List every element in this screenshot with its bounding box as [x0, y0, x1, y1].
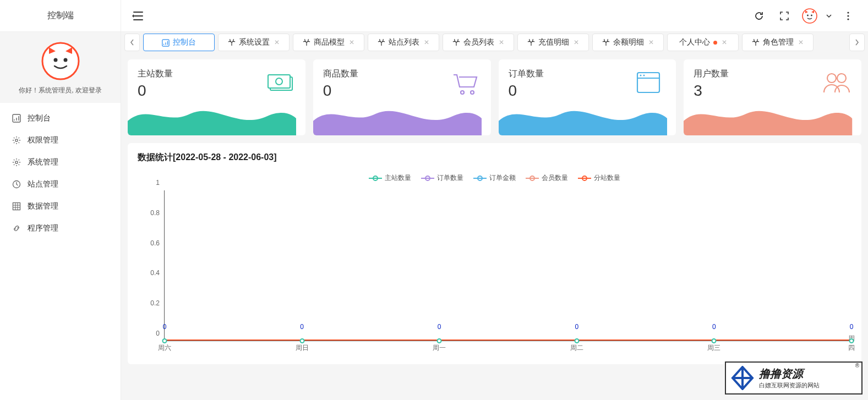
- x-tick: 周三: [707, 343, 720, 353]
- svg-point-13: [847, 18, 849, 20]
- chart-body: 00.20.40.60.81 周六0周日0周一0周二0周三0周四0: [138, 190, 851, 355]
- legend-item-1[interactable]: 订单数量: [421, 173, 463, 183]
- svg-point-23: [827, 74, 836, 83]
- tab-close-button[interactable]: ✕: [349, 39, 354, 46]
- user-avatar[interactable]: [802, 8, 817, 24]
- svg-point-0: [42, 43, 79, 79]
- palm-icon: [378, 39, 385, 46]
- y-tick: 0.6: [150, 239, 160, 247]
- gear-icon: [12, 158, 21, 167]
- svg-point-18: [461, 91, 464, 94]
- data-label: 0: [163, 323, 167, 331]
- sidebar: 控制端 你好！系统管理员, 欢迎登录 控制台权限管理系统管理站点管理数据管理程序…: [0, 0, 121, 400]
- svg-point-22: [643, 75, 645, 76]
- more-button[interactable]: [842, 9, 855, 23]
- palm-icon: [752, 39, 760, 46]
- tab-label: 站点列表: [389, 37, 419, 47]
- watermark-icon: [730, 366, 755, 390]
- sidebar-item-0[interactable]: 控制台: [0, 107, 121, 129]
- chart-title: 数据统计[2022-05-28 - 2022-06-03]: [138, 152, 851, 163]
- palm-icon: [527, 39, 535, 46]
- svg-point-4: [15, 139, 18, 141]
- tab-label: 系统设置: [239, 37, 270, 47]
- tab-label: 控制台: [173, 37, 196, 47]
- data-label: 0: [300, 323, 304, 331]
- tab-2[interactable]: 商品模型✕: [293, 34, 364, 51]
- tab-3[interactable]: 站点列表✕: [368, 34, 439, 51]
- tab-6[interactable]: 余额明细✕: [592, 34, 664, 51]
- tab-1[interactable]: 系统设置✕: [218, 34, 290, 51]
- refresh-button[interactable]: [752, 9, 766, 23]
- tab-close-button[interactable]: ✕: [722, 39, 727, 46]
- palm-icon: [228, 39, 236, 46]
- stat-card-0[interactable]: 主站数量 0: [128, 59, 305, 135]
- svg-point-9: [807, 14, 809, 16]
- sidebar-item-label: 程序管理: [28, 223, 58, 233]
- legend-item-3[interactable]: 会员数量: [526, 173, 568, 183]
- fullscreen-icon: [780, 12, 789, 20]
- tab-4[interactable]: 会员列表✕: [443, 34, 514, 51]
- sidebar-item-label: 权限管理: [28, 135, 58, 145]
- stat-card-1[interactable]: 商品数量 0: [313, 59, 491, 135]
- chevron-left-icon: [130, 39, 134, 46]
- content: 主站数量 0 商品数量 0 订单数量 0 用户数量 3 数据统计[2022-05…: [121, 53, 868, 400]
- data-point-marker: [712, 338, 717, 343]
- watermark: 撸撸资源 白嫖互联网资源的网站 ®: [725, 361, 862, 394]
- x-tick: 周四: [848, 334, 855, 353]
- tab-label: 角色管理: [763, 37, 794, 47]
- tab-0[interactable]: 控制台: [143, 34, 215, 51]
- sidebar-nav: 控制台权限管理系统管理站点管理数据管理程序管理: [0, 103, 121, 244]
- y-tick: 0.4: [150, 269, 160, 277]
- chart-line: [165, 339, 851, 341]
- legend-item-2[interactable]: 订单金额: [473, 173, 516, 183]
- tabs-prev-button[interactable]: [124, 34, 140, 51]
- sidebar-title: 控制端: [0, 0, 121, 32]
- stat-cards-row: 主站数量 0 商品数量 0 订单数量 0 用户数量 3: [128, 59, 861, 135]
- sidebar-item-4[interactable]: 数据管理: [0, 195, 121, 217]
- sidebar-item-1[interactable]: 权限管理: [0, 129, 121, 151]
- tab-7[interactable]: 个人中心✕: [667, 34, 739, 51]
- data-label: 0: [850, 323, 854, 331]
- svg-point-21: [640, 75, 642, 76]
- more-vertical-icon: [847, 12, 849, 20]
- tab-close-button[interactable]: ✕: [274, 39, 280, 46]
- dashboard-icon: [162, 39, 170, 46]
- watermark-title: 撸撸资源: [759, 366, 820, 381]
- sidebar-item-2[interactable]: 系统管理: [0, 151, 121, 173]
- avatar: [41, 42, 80, 80]
- x-tick: 周日: [296, 343, 309, 353]
- money-icon: [266, 72, 297, 95]
- legend-item-0[interactable]: 主站数量: [369, 173, 411, 183]
- tabs-next-button[interactable]: [849, 34, 865, 51]
- user-dropdown-button[interactable]: [825, 9, 833, 23]
- y-tick: 0: [156, 330, 160, 337]
- stat-card-3[interactable]: 用户数量 3: [684, 59, 861, 135]
- tabs-bar: 控制台系统设置✕商品模型✕站点列表✕会员列表✕充值明细✕余额明细✕个人中心✕角色…: [121, 32, 868, 53]
- svg-point-12: [847, 15, 849, 17]
- fullscreen-button[interactable]: [778, 9, 791, 23]
- legend-label: 订单数量: [437, 173, 463, 183]
- svg-point-10: [811, 14, 812, 16]
- y-tick: 1: [156, 179, 160, 187]
- link-icon: [12, 224, 21, 233]
- tab-close-button[interactable]: ✕: [648, 39, 654, 46]
- tab-close-button[interactable]: ✕: [574, 39, 579, 46]
- menu-toggle-button[interactable]: [131, 9, 144, 23]
- plot-area: 周六0周日0周一0周二0周三0周四0: [164, 190, 851, 341]
- data-point-marker: [437, 338, 442, 343]
- legend-item-4[interactable]: 分站数量: [578, 173, 620, 183]
- tab-close-button[interactable]: ✕: [798, 39, 804, 46]
- tab-5[interactable]: 充值明细✕: [517, 34, 589, 51]
- tab-close-button[interactable]: ✕: [499, 39, 504, 46]
- x-tick: 周一: [433, 343, 446, 353]
- sidebar-profile: 你好！系统管理员, 欢迎登录: [0, 32, 121, 103]
- tab-close-button[interactable]: ✕: [424, 39, 429, 46]
- tab-8[interactable]: 角色管理✕: [742, 34, 814, 51]
- sidebar-item-3[interactable]: 站点管理: [0, 173, 121, 195]
- chart-legend: 主站数量订单数量订单金额会员数量分站数量: [138, 173, 851, 183]
- users-icon: [822, 72, 853, 95]
- topbar: [121, 0, 868, 32]
- main: 控制台系统设置✕商品模型✕站点列表✕会员列表✕充值明细✕余额明细✕个人中心✕角色…: [121, 0, 868, 400]
- stat-card-2[interactable]: 订单数量 0: [499, 59, 676, 135]
- sidebar-item-5[interactable]: 程序管理: [0, 217, 121, 239]
